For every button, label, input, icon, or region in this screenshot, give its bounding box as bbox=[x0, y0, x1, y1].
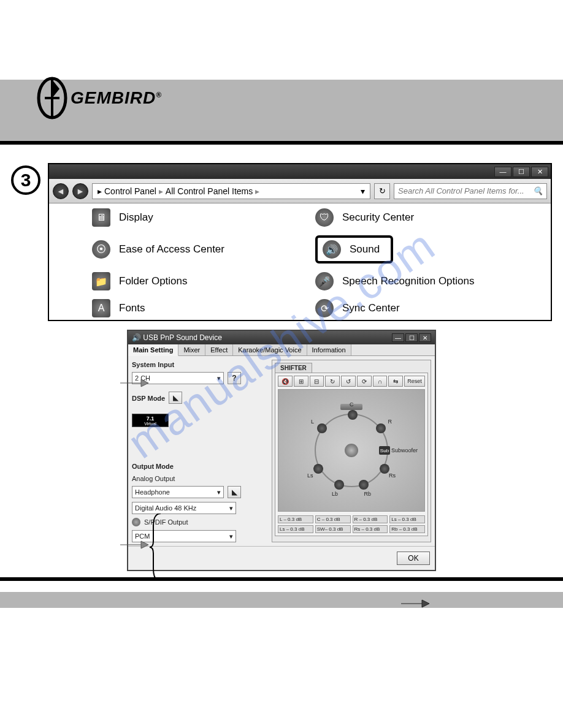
analog-output-label: Analog Output bbox=[132, 475, 268, 482]
control-panel-window: — ☐ ✕ ◄ ► ▸ Control Panel ▸ All Control … bbox=[48, 163, 552, 321]
virtual-71-badge: 7.1 7.1 Virtual Virtual bbox=[132, 414, 169, 427]
tab-effect[interactable]: Effect bbox=[205, 344, 233, 355]
speaker-ls[interactable] bbox=[313, 464, 323, 474]
forward-icon[interactable]: ► bbox=[72, 183, 88, 199]
tab-main-setting[interactable]: Main Setting bbox=[128, 344, 178, 356]
grid-minus-icon[interactable]: ⊟ bbox=[310, 376, 324, 387]
system-input-label: System Input bbox=[132, 361, 268, 368]
analog-config-button[interactable]: ◣ bbox=[228, 486, 241, 498]
speaker-r[interactable] bbox=[376, 423, 386, 433]
cp-item-ease-access[interactable]: ⦿ Ease of Access Center bbox=[92, 235, 315, 264]
dsp-toggle-button[interactable]: ◣ bbox=[169, 392, 182, 404]
ok-button[interactable]: OK bbox=[397, 552, 430, 565]
swap-icon[interactable]: ⇆ bbox=[388, 376, 403, 387]
cp-item-fonts[interactable]: A Fonts bbox=[92, 299, 315, 317]
fonts-icon: A bbox=[92, 299, 110, 317]
subwoofer-label: Sub Subwoofer bbox=[379, 446, 418, 455]
search-input[interactable]: Search All Control Panel Items for... 🔍 bbox=[394, 183, 547, 199]
sync-icon: ⟳ bbox=[315, 299, 334, 317]
speaker-arena[interactable]: C L R Ls Rs Lb bbox=[278, 389, 425, 512]
search-icon: 🔍 bbox=[533, 186, 543, 195]
dsp-mode-label: DSP Mode bbox=[132, 395, 165, 402]
speaker-c[interactable] bbox=[348, 410, 358, 420]
tab-mixer[interactable]: Mixer bbox=[178, 344, 205, 355]
shield-icon: 🛡 bbox=[315, 208, 334, 227]
cp-item-sound[interactable]: 🔊 Sound bbox=[315, 235, 393, 264]
arrow-icon bbox=[401, 598, 431, 608]
arrow-icon bbox=[120, 377, 150, 389]
microphone-icon: 🎤 bbox=[315, 272, 334, 290]
cp-item-sync[interactable]: ⟳ Sync Center bbox=[315, 299, 538, 317]
tab-information[interactable]: Information bbox=[307, 344, 351, 355]
listener-icon[interactable] bbox=[345, 444, 358, 457]
speaker-rb[interactable] bbox=[359, 480, 369, 490]
digital-audio-select[interactable]: Digital Audio 48 KHz▾ bbox=[132, 502, 236, 514]
shifter-tab: SHIFTER bbox=[275, 363, 312, 373]
loop-icon[interactable]: ⟳ bbox=[357, 376, 372, 387]
close-icon[interactable]: ✕ bbox=[531, 167, 548, 177]
headphone-icon[interactable]: ∩ bbox=[373, 376, 388, 387]
speaker-rs[interactable] bbox=[380, 464, 389, 474]
ease-icon: ⦿ bbox=[92, 240, 110, 259]
cp-item-speech[interactable]: 🎤 Speech Recognition Options bbox=[315, 272, 538, 290]
step-number: 3 bbox=[11, 165, 40, 195]
rotate-ccw-icon[interactable]: ↺ bbox=[341, 376, 356, 387]
reset-button[interactable]: Reset bbox=[404, 376, 425, 387]
grid-plus-icon[interactable]: ⊞ bbox=[294, 376, 308, 387]
output-mode-label: Output Mode bbox=[132, 463, 268, 470]
cp-item-security[interactable]: 🛡 Security Center bbox=[315, 208, 538, 227]
display-icon: 🖥 bbox=[92, 208, 110, 227]
window-titlebar: — ☐ ✕ bbox=[49, 164, 551, 179]
rotate-cw-icon[interactable]: ↻ bbox=[325, 376, 340, 387]
folder-icon: 📁 bbox=[92, 272, 110, 290]
maximize-icon[interactable]: ☐ bbox=[513, 167, 530, 177]
speaker-l[interactable] bbox=[317, 423, 327, 433]
close-icon[interactable]: ✕ bbox=[419, 333, 431, 342]
mute-icon[interactable]: 🔇 bbox=[278, 376, 293, 387]
tab-karaoke[interactable]: Karaoke/Magic Voice bbox=[233, 344, 307, 355]
arrow-icon bbox=[120, 539, 150, 550]
db-readout-grid: L – 0.3 dB C – 0.3 dB R – 0.3 dB Ls – 0.… bbox=[278, 515, 425, 533]
refresh-icon[interactable]: ↻ bbox=[374, 183, 390, 199]
dialog-titlebar: 🔊 USB PnP Sound Device — ☐ ✕ bbox=[128, 331, 435, 344]
breadcrumb[interactable]: ▸ Control Panel ▸ All Control Panel Item… bbox=[92, 183, 370, 199]
cp-item-folder-options[interactable]: 📁 Folder Options bbox=[92, 272, 315, 290]
brand-logo: GEMBIRD® bbox=[34, 77, 162, 119]
brace-icon bbox=[150, 514, 162, 581]
brand-name: GEMBIRD® bbox=[71, 88, 162, 108]
speaker-icon: 🔊 bbox=[323, 240, 341, 259]
sound-device-dialog: 🔊 USB PnP Sound Device — ☐ ✕ Main Settin… bbox=[127, 330, 436, 571]
back-icon[interactable]: ◄ bbox=[53, 183, 69, 199]
analog-output-select[interactable]: Headphone▾ bbox=[132, 486, 224, 498]
spdif-indicator-icon bbox=[132, 518, 140, 526]
maximize-icon[interactable]: ☐ bbox=[405, 333, 418, 342]
minimize-icon[interactable]: — bbox=[494, 167, 511, 177]
minimize-icon[interactable]: — bbox=[392, 333, 404, 342]
help-button[interactable]: ? bbox=[228, 372, 241, 384]
cp-item-display[interactable]: 🖥 Display bbox=[92, 208, 315, 227]
speaker-lb[interactable] bbox=[334, 480, 344, 490]
